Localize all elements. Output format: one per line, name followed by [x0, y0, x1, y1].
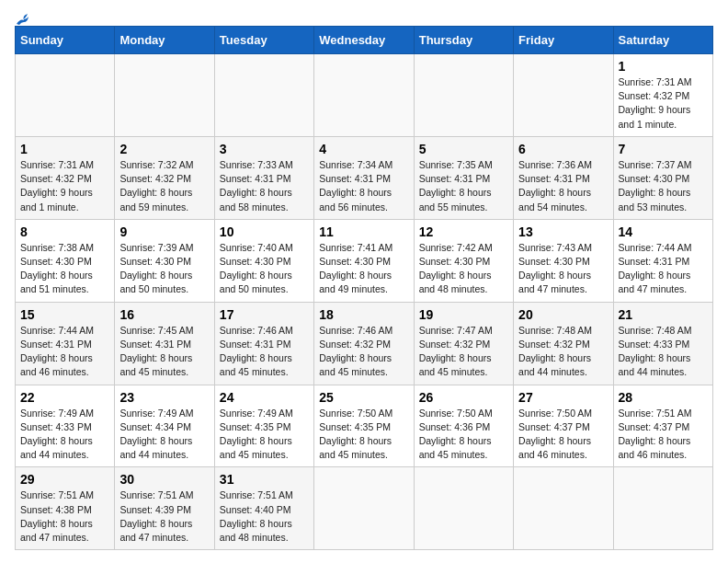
day-info: Sunrise: 7:51 AMSunset: 4:38 PMDaylight:…	[20, 489, 94, 543]
day-info: Sunrise: 7:51 AMSunset: 4:39 PMDaylight:…	[119, 489, 193, 543]
day-number: 6	[518, 142, 608, 156]
calendar-week-row: 29Sunrise: 7:51 AMSunset: 4:38 PMDayligh…	[16, 467, 713, 550]
day-info: Sunrise: 7:51 AMSunset: 4:37 PMDaylight:…	[619, 408, 692, 461]
day-info: Sunrise: 7:42 AMSunset: 4:30 PMDaylight:…	[419, 242, 493, 295]
day-number: 1	[20, 142, 109, 156]
calendar-body: 1Sunrise: 7:31 AMSunset: 4:32 PMDaylight…	[16, 54, 713, 550]
calendar-day-cell: 1Sunrise: 7:31 AMSunset: 4:32 PMDaylight…	[613, 54, 712, 137]
day-number: 2	[119, 142, 209, 156]
day-number: 25	[319, 390, 408, 405]
empty-cell	[514, 54, 613, 137]
day-number: 29	[20, 472, 109, 487]
day-of-week-header: Friday	[514, 27, 613, 54]
calendar-week-row: 22Sunrise: 7:49 AMSunset: 4:33 PMDayligh…	[16, 385, 713, 467]
day-number: 22	[20, 390, 109, 405]
day-info: Sunrise: 7:51 AMSunset: 4:40 PMDaylight:…	[220, 489, 293, 543]
day-info: Sunrise: 7:32 AMSunset: 4:32 PMDaylight:…	[119, 159, 193, 213]
day-number: 19	[419, 307, 508, 322]
day-of-week-header: Monday	[115, 27, 214, 54]
day-info: Sunrise: 7:46 AMSunset: 4:32 PMDaylight:…	[319, 325, 392, 378]
day-info: Sunrise: 7:33 AMSunset: 4:31 PMDaylight:…	[220, 159, 293, 213]
day-info: Sunrise: 7:38 AMSunset: 4:30 PMDaylight:…	[20, 242, 94, 295]
calendar-day-cell: 20Sunrise: 7:48 AMSunset: 4:32 PMDayligh…	[514, 302, 613, 385]
calendar-day-cell: 27Sunrise: 7:50 AMSunset: 4:37 PMDayligh…	[514, 385, 613, 467]
empty-cell	[314, 467, 414, 550]
day-info: Sunrise: 7:43 AMSunset: 4:30 PMDaylight:…	[518, 242, 592, 295]
day-info: Sunrise: 7:44 AMSunset: 4:31 PMDaylight:…	[619, 242, 692, 295]
day-info: Sunrise: 7:48 AMSunset: 4:32 PMDaylight:…	[518, 325, 592, 378]
empty-cell	[16, 54, 115, 137]
day-info: Sunrise: 7:41 AMSunset: 4:30 PMDaylight:…	[319, 242, 392, 295]
empty-cell	[514, 467, 613, 550]
calendar-week-row: 8Sunrise: 7:38 AMSunset: 4:30 PMDaylight…	[16, 219, 713, 302]
day-number: 9	[119, 224, 209, 239]
calendar-week-row: 1Sunrise: 7:31 AMSunset: 4:32 PMDaylight…	[16, 54, 713, 137]
empty-cell	[314, 54, 414, 137]
day-info: Sunrise: 7:47 AMSunset: 4:32 PMDaylight:…	[419, 325, 493, 378]
day-number: 31	[220, 472, 309, 487]
day-info: Sunrise: 7:31 AMSunset: 4:32 PMDaylight:…	[619, 76, 692, 130]
calendar-day-cell: 28Sunrise: 7:51 AMSunset: 4:37 PMDayligh…	[613, 385, 712, 467]
calendar-day-cell: 26Sunrise: 7:50 AMSunset: 4:36 PMDayligh…	[414, 385, 513, 467]
empty-cell	[613, 467, 712, 550]
calendar-day-cell: 15Sunrise: 7:44 AMSunset: 4:31 PMDayligh…	[16, 302, 115, 385]
calendar-day-cell: 5Sunrise: 7:35 AMSunset: 4:31 PMDaylight…	[414, 136, 513, 219]
day-number: 11	[319, 224, 408, 239]
day-info: Sunrise: 7:50 AMSunset: 4:36 PMDaylight:…	[419, 408, 493, 461]
calendar-day-cell: 25Sunrise: 7:50 AMSunset: 4:35 PMDayligh…	[314, 385, 414, 467]
day-info: Sunrise: 7:46 AMSunset: 4:31 PMDaylight:…	[220, 325, 293, 378]
day-number: 26	[419, 390, 508, 405]
calendar-day-cell: 1Sunrise: 7:31 AMSunset: 4:32 PMDaylight…	[16, 136, 115, 219]
day-of-week-header: Tuesday	[214, 27, 313, 54]
day-number: 1	[619, 59, 708, 74]
calendar-day-cell: 23Sunrise: 7:49 AMSunset: 4:34 PMDayligh…	[115, 385, 214, 467]
calendar-day-cell: 11Sunrise: 7:41 AMSunset: 4:30 PMDayligh…	[314, 219, 414, 302]
day-number: 14	[619, 224, 708, 239]
day-number: 7	[619, 142, 708, 156]
empty-cell	[414, 467, 513, 550]
calendar-day-cell: 6Sunrise: 7:36 AMSunset: 4:31 PMDaylight…	[514, 136, 613, 219]
calendar-day-cell: 8Sunrise: 7:38 AMSunset: 4:30 PMDaylight…	[16, 219, 115, 302]
calendar-week-row: 1Sunrise: 7:31 AMSunset: 4:32 PMDaylight…	[16, 136, 713, 219]
day-number: 21	[619, 307, 708, 322]
empty-cell	[414, 54, 513, 137]
calendar-day-cell: 4Sunrise: 7:34 AMSunset: 4:31 PMDaylight…	[314, 136, 414, 219]
day-info: Sunrise: 7:49 AMSunset: 4:35 PMDaylight:…	[220, 408, 293, 461]
day-number: 8	[20, 224, 109, 239]
day-info: Sunrise: 7:37 AMSunset: 4:30 PMDaylight:…	[619, 159, 692, 213]
day-info: Sunrise: 7:45 AMSunset: 4:31 PMDaylight:…	[119, 325, 193, 378]
calendar-day-cell: 22Sunrise: 7:49 AMSunset: 4:33 PMDayligh…	[16, 385, 115, 467]
day-number: 12	[419, 224, 508, 239]
day-number: 4	[319, 142, 408, 156]
day-number: 20	[518, 307, 608, 322]
empty-cell	[214, 54, 313, 137]
calendar-day-cell: 18Sunrise: 7:46 AMSunset: 4:32 PMDayligh…	[314, 302, 414, 385]
day-number: 23	[119, 390, 209, 405]
logo-bird-icon	[15, 11, 31, 28]
calendar-day-cell: 29Sunrise: 7:51 AMSunset: 4:38 PMDayligh…	[16, 467, 115, 550]
calendar-week-row: 15Sunrise: 7:44 AMSunset: 4:31 PMDayligh…	[16, 302, 713, 385]
day-info: Sunrise: 7:49 AMSunset: 4:33 PMDaylight:…	[20, 408, 94, 461]
day-info: Sunrise: 7:40 AMSunset: 4:30 PMDaylight:…	[220, 242, 293, 295]
day-of-week-header: Wednesday	[314, 27, 414, 54]
day-number: 13	[518, 224, 608, 239]
day-info: Sunrise: 7:49 AMSunset: 4:34 PMDaylight:…	[119, 408, 193, 461]
day-number: 10	[220, 224, 309, 239]
day-info: Sunrise: 7:50 AMSunset: 4:37 PMDaylight:…	[518, 408, 592, 461]
calendar-day-cell: 3Sunrise: 7:33 AMSunset: 4:31 PMDaylight…	[214, 136, 313, 219]
day-info: Sunrise: 7:44 AMSunset: 4:31 PMDaylight:…	[20, 325, 94, 378]
calendar-day-cell: 16Sunrise: 7:45 AMSunset: 4:31 PMDayligh…	[115, 302, 214, 385]
calendar-day-cell: 24Sunrise: 7:49 AMSunset: 4:35 PMDayligh…	[214, 385, 313, 467]
calendar-day-cell: 13Sunrise: 7:43 AMSunset: 4:30 PMDayligh…	[514, 219, 613, 302]
day-number: 17	[220, 307, 309, 322]
calendar-day-cell: 21Sunrise: 7:48 AMSunset: 4:33 PMDayligh…	[613, 302, 712, 385]
empty-cell	[115, 54, 214, 137]
header-row: SundayMondayTuesdayWednesdayThursdayFrid…	[16, 27, 713, 54]
calendar-day-cell: 2Sunrise: 7:32 AMSunset: 4:32 PMDaylight…	[115, 136, 214, 219]
day-info: Sunrise: 7:34 AMSunset: 4:31 PMDaylight:…	[319, 159, 392, 213]
day-info: Sunrise: 7:35 AMSunset: 4:31 PMDaylight:…	[419, 159, 493, 213]
calendar-header: SundayMondayTuesdayWednesdayThursdayFrid…	[16, 27, 713, 54]
day-of-week-header: Sunday	[16, 27, 115, 54]
calendar-day-cell: 9Sunrise: 7:39 AMSunset: 4:30 PMDaylight…	[115, 219, 214, 302]
day-of-week-header: Thursday	[414, 27, 513, 54]
